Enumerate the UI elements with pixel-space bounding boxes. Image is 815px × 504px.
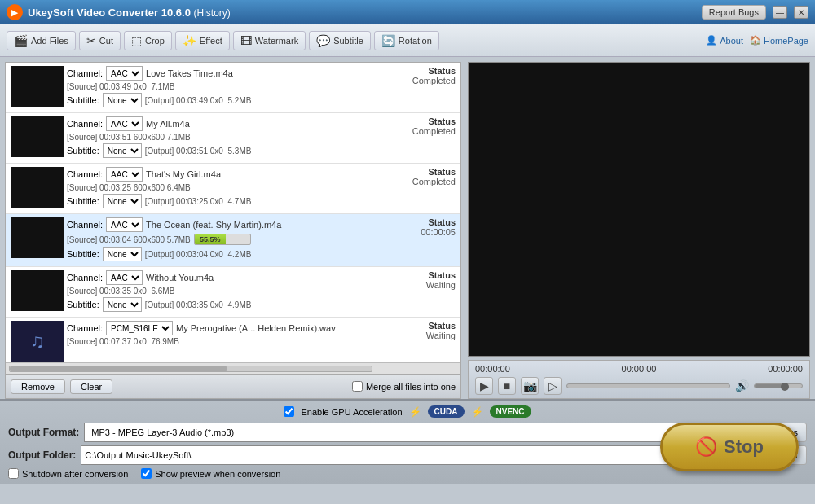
channel-select[interactable]: AAC (106, 167, 143, 182)
about-link[interactable]: 👤 About (706, 35, 743, 46)
add-files-icon: 🎬 (14, 34, 28, 47)
channel-select[interactable]: AAC (106, 66, 143, 81)
shutdown-checkbox[interactable] (8, 468, 19, 479)
subtitle-select[interactable]: None (103, 194, 142, 208)
output-folder-input[interactable] (81, 445, 672, 465)
rotation-icon: 🔄 (381, 34, 395, 47)
stop-button-container: 🚫 Stop (660, 423, 799, 471)
report-bugs-button[interactable]: Report Bugs (702, 5, 766, 20)
preview-label: Show preview when conversion (155, 469, 280, 479)
filename: That's My Girl.m4a (146, 169, 221, 179)
channel-label: Channel: (67, 119, 103, 129)
channel-select[interactable]: AAC (106, 270, 143, 285)
stop-preview-button[interactable]: ■ (498, 377, 516, 395)
file-info: Channel: AAC The Ocean (feat. Shy Martin… (67, 217, 391, 263)
file-item: Channel: AAC Without You.m4a [Source] 00… (6, 267, 460, 318)
filename: Without You.m4a (146, 273, 214, 283)
merge-checkbox[interactable] (352, 381, 363, 392)
filename: My Prerogative (A... Helden Remix).wav (176, 323, 336, 333)
app-title: UkeySoft Video Converter 10.6.0 (History… (28, 7, 231, 19)
gpu-acceleration-row: Enable GPU Acceleration ⚡ CUDA ⚡ NVENC (8, 405, 807, 418)
video-preview (468, 62, 810, 357)
subtitle-button[interactable]: 💬 Subtitle (309, 31, 371, 50)
playback-track[interactable] (566, 383, 730, 388)
play-button[interactable]: ▶ (475, 377, 493, 395)
merge-label: Merge all files into one (366, 382, 456, 392)
gpu-label: Enable GPU Acceleration (301, 407, 402, 417)
stop-icon: 🚫 (695, 436, 717, 458)
progress-bar-container: 55.5% (194, 234, 251, 245)
merge-checkbox-container[interactable]: Merge all files into one (352, 381, 456, 392)
preview-option[interactable]: Show preview when conversion (141, 468, 280, 479)
stop-button[interactable]: 🚫 Stop (660, 423, 799, 471)
watermark-button[interactable]: 🎞 Watermark (233, 31, 306, 50)
output-meta: [Output] 00:03:49 0x0 5.2MB (145, 96, 252, 105)
subtitle-select[interactable]: None (103, 247, 142, 261)
file-item: Channel: AAC That's My Girl.m4a [Source]… (6, 164, 460, 214)
file-thumbnail (11, 116, 64, 157)
channel-label: Channel: (67, 220, 103, 230)
channel-select[interactable]: PCM_S16LE (106, 321, 173, 335)
status-value: Waiting (394, 280, 456, 290)
time-right: 00:00:00 (768, 364, 803, 374)
file-status: Status Completed (394, 167, 456, 186)
watermark-icon: 🎞 (240, 34, 252, 47)
cut-icon: ✂ (86, 34, 96, 47)
app-logo: ▶ (7, 4, 23, 20)
remove-button[interactable]: Remove (11, 379, 65, 394)
filename: Love Takes Time.m4a (146, 68, 233, 78)
subtitle-select[interactable]: None (103, 297, 142, 312)
snapshot-button[interactable]: 📷 (521, 377, 539, 395)
shutdown-label: Shutdown after conversion (22, 469, 128, 479)
add-files-button[interactable]: 🎬 Add Files (7, 31, 76, 50)
preview-controls: 00:00:00 00:00:00 00:00:00 ▶ ■ 📷 ▷ 🔊 (468, 360, 810, 399)
homepage-link[interactable]: 🏠 HomePage (750, 35, 808, 46)
file-status: Status Completed (394, 116, 456, 136)
source-meta: [Source] 00:03:51 600x600 7.1MB (67, 133, 191, 142)
gpu-acceleration-checkbox[interactable] (284, 406, 294, 417)
subtitle-label: Subtitle: (67, 196, 99, 206)
rotation-button[interactable]: 🔄 Rotation (374, 31, 439, 50)
filename: My All.m4a (146, 119, 190, 129)
status-value: Completed (394, 76, 456, 85)
clear-button[interactable]: Clear (70, 379, 112, 394)
preview-checkbox[interactable] (141, 468, 152, 479)
close-button[interactable]: ✕ (794, 6, 808, 19)
output-format-select[interactable]: MP3 - MPEG Layer-3 Audio (*.mp3) (84, 423, 722, 442)
channel-select[interactable]: AAC (106, 116, 143, 131)
subtitle-select[interactable]: None (103, 93, 142, 107)
file-info: Channel: AAC Without You.m4a [Source] 00… (67, 270, 391, 313)
crop-button[interactable]: ⬚ Crop (124, 31, 172, 50)
status-label: Status (394, 270, 456, 280)
shutdown-option[interactable]: Shutdown after conversion (8, 468, 128, 479)
file-item: Channel: AAC My All.m4a [Source] 00:03:5… (6, 113, 460, 164)
output-meta: [Output] 00:03:35 0x0 4.9MB (145, 300, 252, 309)
time-left: 00:00:00 (475, 364, 510, 374)
fullscreen-button[interactable]: ▷ (544, 377, 562, 395)
channel-select[interactable]: AAC (106, 217, 143, 232)
file-item: Channel: AAC Love Takes Time.m4a [Source… (6, 63, 460, 113)
status-label: Status (394, 66, 456, 76)
progress-bar: 55.5% (195, 234, 226, 244)
file-list-hscrollbar[interactable] (6, 362, 460, 374)
source-meta: [Source] 00:03:49 0x0 7.1MB (67, 82, 174, 91)
nvidia-logo: ⚡ (409, 406, 421, 418)
source-meta: [Source] 00:03:35 0x0 6.6MB (67, 287, 174, 296)
volume-track[interactable] (754, 383, 803, 388)
toolbar-right: 👤 About 🏠 HomePage (706, 35, 808, 46)
time-center: 00:00:00 (622, 364, 657, 374)
file-info: Channel: AAC That's My Girl.m4a [Source]… (67, 167, 391, 210)
status-value: Waiting (394, 331, 456, 340)
minimize-button[interactable]: — (773, 6, 787, 19)
file-thumbnail (11, 66, 64, 107)
output-meta: [Output] 00:03:25 0x0 4.7MB (145, 197, 252, 206)
effect-button[interactable]: ✨ Effect (175, 31, 230, 50)
cut-button[interactable]: ✂ Cut (79, 31, 121, 50)
subtitle-select[interactable]: None (103, 143, 142, 158)
subtitle-label: Subtitle: (67, 95, 99, 105)
nvenc-logo: ⚡ (471, 406, 483, 418)
file-status: Status Completed (394, 66, 456, 85)
source-meta: [Source] 00:03:04 600x600 5.7MB (67, 235, 191, 244)
cuda-badge: CUDA (428, 405, 465, 418)
file-thumbnail (11, 217, 64, 258)
